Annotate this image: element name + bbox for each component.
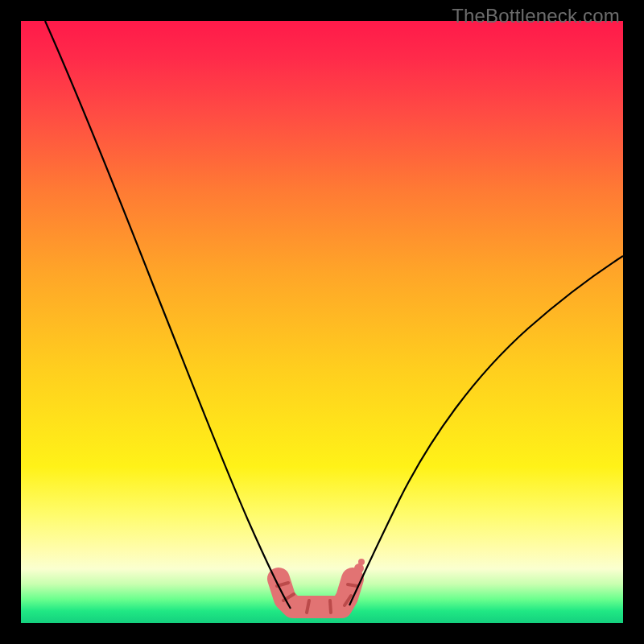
plot-area <box>21 21 623 623</box>
curves-layer <box>21 21 623 623</box>
worm-minimum-marker <box>277 559 365 613</box>
svg-line-3 <box>330 601 331 613</box>
left-curve <box>45 21 291 609</box>
svg-point-7 <box>358 559 365 565</box>
watermark-text: TheBottleneck.com <box>452 5 620 27</box>
chart-frame: TheBottleneck.com <box>0 0 644 644</box>
right-curve <box>349 256 623 605</box>
svg-line-5 <box>348 584 357 586</box>
